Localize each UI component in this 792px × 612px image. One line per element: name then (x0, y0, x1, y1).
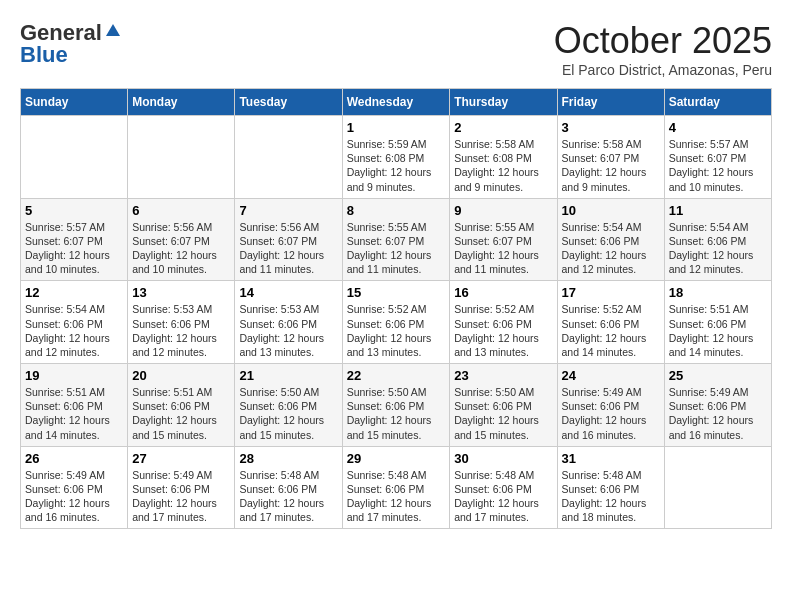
calendar-cell (664, 446, 771, 529)
day-info: Sunrise: 5:49 AM Sunset: 6:06 PM Dayligh… (132, 468, 230, 525)
svg-marker-0 (106, 24, 120, 36)
calendar-cell: 8Sunrise: 5:55 AM Sunset: 6:07 PM Daylig… (342, 198, 450, 281)
day-info: Sunrise: 5:49 AM Sunset: 6:06 PM Dayligh… (562, 385, 660, 442)
day-number: 7 (239, 203, 337, 218)
day-number: 21 (239, 368, 337, 383)
day-info: Sunrise: 5:51 AM Sunset: 6:06 PM Dayligh… (25, 385, 123, 442)
calendar-cell: 5Sunrise: 5:57 AM Sunset: 6:07 PM Daylig… (21, 198, 128, 281)
day-info: Sunrise: 5:54 AM Sunset: 6:06 PM Dayligh… (562, 220, 660, 277)
day-info: Sunrise: 5:52 AM Sunset: 6:06 PM Dayligh… (347, 302, 446, 359)
day-number: 17 (562, 285, 660, 300)
day-number: 26 (25, 451, 123, 466)
calendar-table: SundayMondayTuesdayWednesdayThursdayFrid… (20, 88, 772, 529)
day-number: 31 (562, 451, 660, 466)
day-header-saturday: Saturday (664, 89, 771, 116)
calendar-cell: 18Sunrise: 5:51 AM Sunset: 6:06 PM Dayli… (664, 281, 771, 364)
day-header-monday: Monday (128, 89, 235, 116)
calendar-cell: 13Sunrise: 5:53 AM Sunset: 6:06 PM Dayli… (128, 281, 235, 364)
title-block: October 2025 El Parco District, Amazonas… (554, 20, 772, 78)
day-info: Sunrise: 5:50 AM Sunset: 6:06 PM Dayligh… (347, 385, 446, 442)
calendar-cell: 4Sunrise: 5:57 AM Sunset: 6:07 PM Daylig… (664, 116, 771, 199)
day-info: Sunrise: 5:50 AM Sunset: 6:06 PM Dayligh… (239, 385, 337, 442)
page-header: General Blue October 2025 El Parco Distr… (20, 20, 772, 78)
day-number: 14 (239, 285, 337, 300)
calendar-cell: 24Sunrise: 5:49 AM Sunset: 6:06 PM Dayli… (557, 364, 664, 447)
day-info: Sunrise: 5:51 AM Sunset: 6:06 PM Dayligh… (669, 302, 767, 359)
day-number: 15 (347, 285, 446, 300)
calendar-cell: 17Sunrise: 5:52 AM Sunset: 6:06 PM Dayli… (557, 281, 664, 364)
calendar-cell: 22Sunrise: 5:50 AM Sunset: 6:06 PM Dayli… (342, 364, 450, 447)
calendar-cell: 23Sunrise: 5:50 AM Sunset: 6:06 PM Dayli… (450, 364, 557, 447)
day-number: 13 (132, 285, 230, 300)
day-info: Sunrise: 5:52 AM Sunset: 6:06 PM Dayligh… (454, 302, 552, 359)
day-info: Sunrise: 5:48 AM Sunset: 6:06 PM Dayligh… (239, 468, 337, 525)
day-number: 23 (454, 368, 552, 383)
calendar-cell: 19Sunrise: 5:51 AM Sunset: 6:06 PM Dayli… (21, 364, 128, 447)
calendar-cell: 6Sunrise: 5:56 AM Sunset: 6:07 PM Daylig… (128, 198, 235, 281)
day-info: Sunrise: 5:59 AM Sunset: 6:08 PM Dayligh… (347, 137, 446, 194)
calendar-cell: 14Sunrise: 5:53 AM Sunset: 6:06 PM Dayli… (235, 281, 342, 364)
day-info: Sunrise: 5:53 AM Sunset: 6:06 PM Dayligh… (132, 302, 230, 359)
month-title: October 2025 (554, 20, 772, 62)
calendar-cell: 16Sunrise: 5:52 AM Sunset: 6:06 PM Dayli… (450, 281, 557, 364)
calendar-header: SundayMondayTuesdayWednesdayThursdayFrid… (21, 89, 772, 116)
day-number: 2 (454, 120, 552, 135)
day-number: 6 (132, 203, 230, 218)
day-number: 9 (454, 203, 552, 218)
day-headers-row: SundayMondayTuesdayWednesdayThursdayFrid… (21, 89, 772, 116)
day-info: Sunrise: 5:54 AM Sunset: 6:06 PM Dayligh… (669, 220, 767, 277)
day-number: 12 (25, 285, 123, 300)
day-info: Sunrise: 5:48 AM Sunset: 6:06 PM Dayligh… (347, 468, 446, 525)
day-info: Sunrise: 5:58 AM Sunset: 6:07 PM Dayligh… (562, 137, 660, 194)
day-number: 3 (562, 120, 660, 135)
calendar-cell: 26Sunrise: 5:49 AM Sunset: 6:06 PM Dayli… (21, 446, 128, 529)
calendar-cell (21, 116, 128, 199)
day-number: 10 (562, 203, 660, 218)
day-number: 20 (132, 368, 230, 383)
calendar-week-row: 12Sunrise: 5:54 AM Sunset: 6:06 PM Dayli… (21, 281, 772, 364)
day-info: Sunrise: 5:58 AM Sunset: 6:08 PM Dayligh… (454, 137, 552, 194)
day-info: Sunrise: 5:55 AM Sunset: 6:07 PM Dayligh… (347, 220, 446, 277)
logo-blue: Blue (20, 42, 68, 68)
calendar-cell: 28Sunrise: 5:48 AM Sunset: 6:06 PM Dayli… (235, 446, 342, 529)
day-info: Sunrise: 5:50 AM Sunset: 6:06 PM Dayligh… (454, 385, 552, 442)
calendar-cell: 10Sunrise: 5:54 AM Sunset: 6:06 PM Dayli… (557, 198, 664, 281)
calendar-cell: 29Sunrise: 5:48 AM Sunset: 6:06 PM Dayli… (342, 446, 450, 529)
day-info: Sunrise: 5:54 AM Sunset: 6:06 PM Dayligh… (25, 302, 123, 359)
day-number: 25 (669, 368, 767, 383)
day-number: 1 (347, 120, 446, 135)
day-info: Sunrise: 5:51 AM Sunset: 6:06 PM Dayligh… (132, 385, 230, 442)
calendar-cell: 7Sunrise: 5:56 AM Sunset: 6:07 PM Daylig… (235, 198, 342, 281)
calendar-cell: 2Sunrise: 5:58 AM Sunset: 6:08 PM Daylig… (450, 116, 557, 199)
logo: General Blue (20, 20, 122, 68)
calendar-body: 1Sunrise: 5:59 AM Sunset: 6:08 PM Daylig… (21, 116, 772, 529)
calendar-week-row: 26Sunrise: 5:49 AM Sunset: 6:06 PM Dayli… (21, 446, 772, 529)
day-number: 24 (562, 368, 660, 383)
day-number: 27 (132, 451, 230, 466)
calendar-week-row: 5Sunrise: 5:57 AM Sunset: 6:07 PM Daylig… (21, 198, 772, 281)
day-number: 22 (347, 368, 446, 383)
calendar-cell: 1Sunrise: 5:59 AM Sunset: 6:08 PM Daylig… (342, 116, 450, 199)
subtitle: El Parco District, Amazonas, Peru (554, 62, 772, 78)
logo-icon (104, 22, 122, 40)
day-number: 18 (669, 285, 767, 300)
day-header-tuesday: Tuesday (235, 89, 342, 116)
day-header-wednesday: Wednesday (342, 89, 450, 116)
day-number: 5 (25, 203, 123, 218)
day-number: 30 (454, 451, 552, 466)
calendar-cell: 20Sunrise: 5:51 AM Sunset: 6:06 PM Dayli… (128, 364, 235, 447)
calendar-cell: 21Sunrise: 5:50 AM Sunset: 6:06 PM Dayli… (235, 364, 342, 447)
day-number: 19 (25, 368, 123, 383)
calendar-cell: 25Sunrise: 5:49 AM Sunset: 6:06 PM Dayli… (664, 364, 771, 447)
calendar-cell (235, 116, 342, 199)
calendar-cell: 11Sunrise: 5:54 AM Sunset: 6:06 PM Dayli… (664, 198, 771, 281)
day-number: 11 (669, 203, 767, 218)
calendar-cell: 9Sunrise: 5:55 AM Sunset: 6:07 PM Daylig… (450, 198, 557, 281)
day-info: Sunrise: 5:53 AM Sunset: 6:06 PM Dayligh… (239, 302, 337, 359)
calendar-cell: 3Sunrise: 5:58 AM Sunset: 6:07 PM Daylig… (557, 116, 664, 199)
day-info: Sunrise: 5:55 AM Sunset: 6:07 PM Dayligh… (454, 220, 552, 277)
calendar-week-row: 1Sunrise: 5:59 AM Sunset: 6:08 PM Daylig… (21, 116, 772, 199)
day-info: Sunrise: 5:49 AM Sunset: 6:06 PM Dayligh… (669, 385, 767, 442)
day-info: Sunrise: 5:57 AM Sunset: 6:07 PM Dayligh… (25, 220, 123, 277)
calendar-cell: 30Sunrise: 5:48 AM Sunset: 6:06 PM Dayli… (450, 446, 557, 529)
